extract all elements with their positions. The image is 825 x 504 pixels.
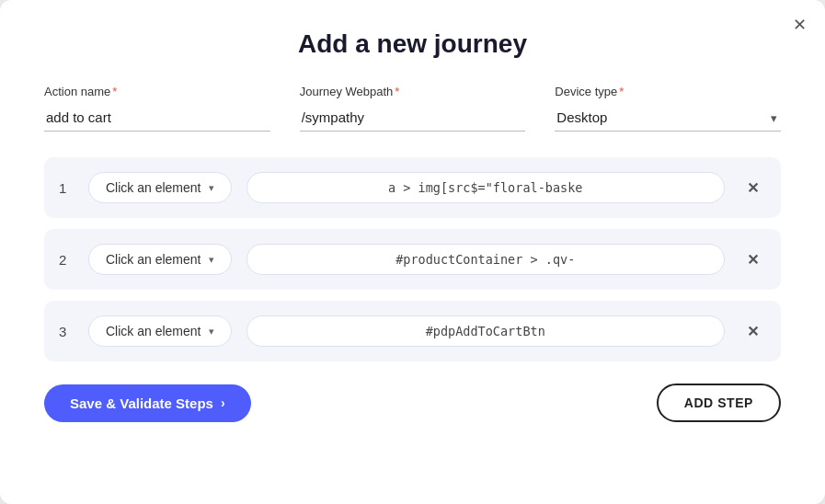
chevron-down-icon: ▾ <box>209 182 214 194</box>
step-action-select: Click an element ▾ <box>88 244 232 275</box>
modal-title: Add a new journey <box>44 29 781 59</box>
step-selector-input[interactable]: #productContainer > .qv- <box>246 244 726 275</box>
step-action-button[interactable]: Click an element ▾ <box>88 244 232 275</box>
chevron-down-icon: ▾ <box>209 254 214 266</box>
close-button[interactable]: ✕ <box>793 15 807 35</box>
journey-webpath-group: Journey Webpath* <box>300 85 526 132</box>
step-action-select: Click an element ▾ <box>88 172 232 203</box>
step-selector-input[interactable]: #pdpAddToCartBtn <box>246 315 726 347</box>
step-action-label: Click an element <box>106 180 201 195</box>
step-row: 1 Click an element ▾ a > img[src$="flora… <box>44 157 781 218</box>
device-type-label: Device type* <box>555 85 781 98</box>
action-name-label: Action name* <box>44 85 270 98</box>
step-remove-button[interactable]: ✕ <box>739 176 766 200</box>
required-star-2: * <box>395 85 399 98</box>
journey-webpath-label: Journey Webpath* <box>300 85 526 98</box>
required-star-3: * <box>619 85 624 98</box>
step-number: 2 <box>59 252 74 268</box>
chevron-down-icon: ▾ <box>209 326 214 338</box>
step-number: 3 <box>59 324 74 339</box>
action-name-group: Action name* <box>44 85 270 132</box>
step-action-button[interactable]: Click an element ▾ <box>88 172 232 203</box>
device-type-group: Device type* Desktop Mobile Tablet ▾ <box>555 85 781 132</box>
steps-container: 1 Click an element ▾ a > img[src$="flora… <box>44 157 781 361</box>
save-validate-label: Save & Validate Steps <box>70 395 213 411</box>
step-action-select: Click an element ▾ <box>88 315 232 347</box>
step-remove-button[interactable]: ✕ <box>739 247 766 272</box>
add-journey-modal: ✕ Add a new journey Action name* Journey… <box>0 0 825 504</box>
step-number: 1 <box>59 180 74 196</box>
step-action-button[interactable]: Click an element ▾ <box>88 315 232 347</box>
arrow-right-icon: › <box>221 395 225 410</box>
device-type-select-wrapper: Desktop Mobile Tablet ▾ <box>555 104 781 132</box>
device-type-select[interactable]: Desktop Mobile Tablet <box>555 104 781 132</box>
step-row: 2 Click an element ▾ #productContainer >… <box>44 229 781 290</box>
step-action-label: Click an element <box>106 324 201 338</box>
step-remove-button[interactable]: ✕ <box>739 319 766 344</box>
step-row: 3 Click an element ▾ #pdpAddToCartBtn ✕ <box>44 301 781 361</box>
step-selector-input[interactable]: a > img[src$="floral-baske <box>246 172 726 203</box>
required-star: * <box>112 85 117 98</box>
add-step-button[interactable]: ADD STEP <box>657 384 781 422</box>
journey-webpath-input[interactable] <box>300 104 526 132</box>
form-row: Action name* Journey Webpath* Device typ… <box>44 85 781 132</box>
save-validate-button[interactable]: Save & Validate Steps › <box>44 384 251 422</box>
action-name-input[interactable] <box>44 104 270 132</box>
step-action-label: Click an element <box>106 252 201 267</box>
footer-row: Save & Validate Steps › ADD STEP <box>44 384 781 422</box>
